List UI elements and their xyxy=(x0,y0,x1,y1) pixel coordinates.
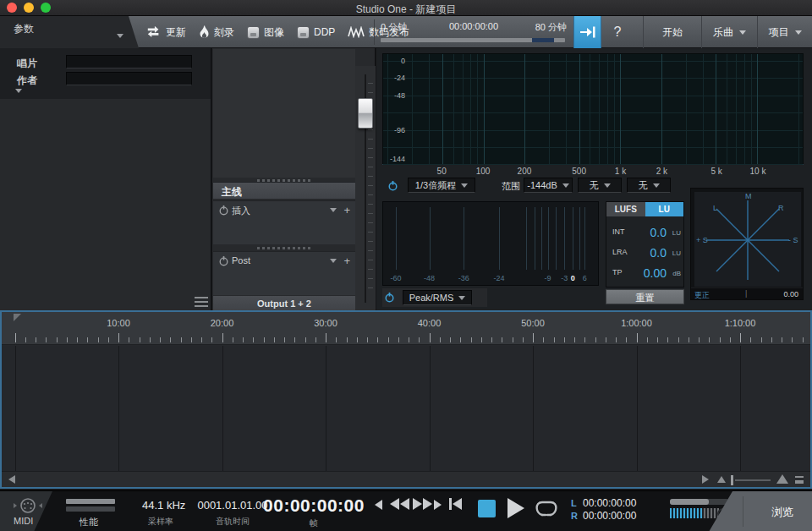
return-to-start-button[interactable] xyxy=(449,498,462,510)
midi-label: MIDI xyxy=(14,516,33,526)
spectrum-gridline-v xyxy=(703,54,704,164)
post-dropdown-icon[interactable] xyxy=(330,259,337,263)
meter-mode-dropdown[interactable]: Peak/RMS xyxy=(403,290,472,305)
update-button[interactable]: 更新 xyxy=(144,16,189,48)
ruler-tick xyxy=(709,337,710,342)
loudness-reset-button[interactable]: 重置 xyxy=(606,289,684,304)
image-button[interactable]: 图像 xyxy=(244,16,287,48)
track-column-empty[interactable] xyxy=(213,49,355,178)
master-section-header[interactable]: 主线 xyxy=(213,182,355,199)
help-button[interactable]: ? xyxy=(601,16,634,48)
time-end: 80 分钟 xyxy=(535,21,567,34)
rewind-button[interactable] xyxy=(390,498,409,510)
output-routing-button[interactable]: Output 1 + 2 xyxy=(213,296,355,311)
song-page-button[interactable]: 乐曲 xyxy=(702,16,757,48)
burn-button[interactable]: 刻录 xyxy=(196,16,237,48)
lra-label: LRA xyxy=(612,248,628,256)
spectrum-db-label: 0 xyxy=(385,57,405,65)
zoom-presets-icon[interactable] xyxy=(795,476,804,484)
ruler-tick xyxy=(181,337,182,342)
inserts-power-icon[interactable] xyxy=(218,205,229,216)
spectrum-power-icon[interactable] xyxy=(387,180,398,191)
sample-rate-value: 44.1 kHz xyxy=(142,499,185,512)
jump-to-marker-button[interactable] xyxy=(573,16,601,48)
loudness-row-int: INT 0.0 LU xyxy=(606,226,683,239)
ruler-tick xyxy=(77,337,78,342)
browse-button[interactable]: 浏览 xyxy=(753,505,812,520)
fader-handle[interactable] xyxy=(358,98,373,129)
ruler-tick xyxy=(430,333,431,342)
toolbar-buttons: 更新 刻录 图像 DDP 数码发布 xyxy=(144,16,412,48)
ruler-time-label: 30:00 xyxy=(314,318,337,328)
post-add-button[interactable]: + xyxy=(343,255,350,267)
channel-dropdown[interactable]: 无 xyxy=(627,178,671,193)
lane-divider xyxy=(533,346,534,471)
inserts-add-button[interactable]: + xyxy=(343,204,350,216)
start-page-button[interactable]: 开始 xyxy=(644,16,701,48)
tab-lu[interactable]: LU xyxy=(645,202,684,216)
master-title: 主线 xyxy=(222,185,242,200)
project-label: 项目 xyxy=(769,25,789,40)
meter-scale-label: 0 xyxy=(571,274,575,282)
loop-right-time[interactable]: 00:00:00:00 xyxy=(583,510,636,522)
spectrum-freq-label: 5 k xyxy=(710,167,721,176)
params-collapse-icon[interactable] xyxy=(117,34,123,38)
step-forward-button[interactable] xyxy=(434,500,442,510)
range-dropdown[interactable]: -144dB xyxy=(524,178,573,193)
loop-right-label: R xyxy=(571,511,578,521)
loop-icon[interactable] xyxy=(533,499,560,517)
splitter-handle[interactable] xyxy=(257,247,311,249)
meter-mode-strip: Peak/RMS xyxy=(382,288,487,307)
expand-meta-icon[interactable] xyxy=(15,89,22,93)
loop-left-time[interactable]: 00:00:00:00 xyxy=(583,497,636,509)
params-panel[interactable]: 参数 xyxy=(0,16,139,48)
tab-lufs[interactable]: LUFS xyxy=(606,202,645,216)
ruler-tick xyxy=(98,337,99,342)
step-back-button[interactable] xyxy=(375,500,382,510)
ddp-button[interactable]: DDP xyxy=(294,16,337,48)
scroll-left-button[interactable] xyxy=(8,475,15,484)
timeline-ruler[interactable]: 10:0020:0030:0040:0050:001:00:001:10:00 xyxy=(2,312,810,345)
chevron-down-icon xyxy=(739,30,746,35)
lra-value: 0.0 xyxy=(650,246,667,260)
ruler-tick xyxy=(554,337,555,342)
post-power-icon[interactable] xyxy=(218,255,229,266)
album-input[interactable] xyxy=(66,55,192,68)
spectrum-gridline-v xyxy=(757,54,758,164)
spectrum-gridline-v xyxy=(549,54,550,164)
zoom-in-icon[interactable] xyxy=(776,474,788,484)
start-marker-icon[interactable] xyxy=(14,314,21,321)
update-label: 更新 xyxy=(166,25,186,40)
scroll-right-button[interactable] xyxy=(702,475,709,484)
spectrum-gridline-h xyxy=(383,130,803,131)
loudness-row-tp: TP 0.00 dB xyxy=(606,266,683,280)
zoom-slider-track[interactable] xyxy=(735,479,771,481)
timeline-lanes[interactable] xyxy=(2,346,810,471)
ruler-tick xyxy=(771,337,772,342)
ddp-label: DDP xyxy=(314,26,335,38)
play-button[interactable] xyxy=(508,498,524,518)
ruler-tick xyxy=(730,337,731,342)
stop-button[interactable] xyxy=(478,500,496,517)
ruler-tick xyxy=(574,337,575,342)
zoom-slider-handle[interactable] xyxy=(731,475,733,485)
transport-time-display[interactable]: 00:00:00:00 xyxy=(258,495,370,516)
track-list-menu-icon[interactable] xyxy=(195,297,208,307)
zoom-out-icon[interactable] xyxy=(717,476,726,483)
fast-forward-button[interactable] xyxy=(413,498,432,510)
inserts-dropdown-icon[interactable] xyxy=(330,208,337,212)
project-page-button[interactable]: 项目 xyxy=(758,16,812,48)
artist-input[interactable] xyxy=(66,72,192,85)
ruler-time-label: 10:00 xyxy=(107,318,130,328)
lane-divider xyxy=(222,346,223,471)
meter-gridline xyxy=(430,207,431,270)
spectrum-db-label: -96 xyxy=(385,126,405,134)
spectrum-gridline-v xyxy=(484,54,485,164)
spectrum-mode-dropdown[interactable]: 1/3倍频程 xyxy=(408,178,475,193)
output-volume-slider[interactable] xyxy=(670,499,729,505)
meter-gridline xyxy=(396,207,397,270)
meter-gridline xyxy=(556,207,557,270)
meter-power-icon[interactable] xyxy=(384,292,395,303)
volume-fill xyxy=(670,499,709,505)
slope-dropdown[interactable]: 无 xyxy=(578,178,622,193)
